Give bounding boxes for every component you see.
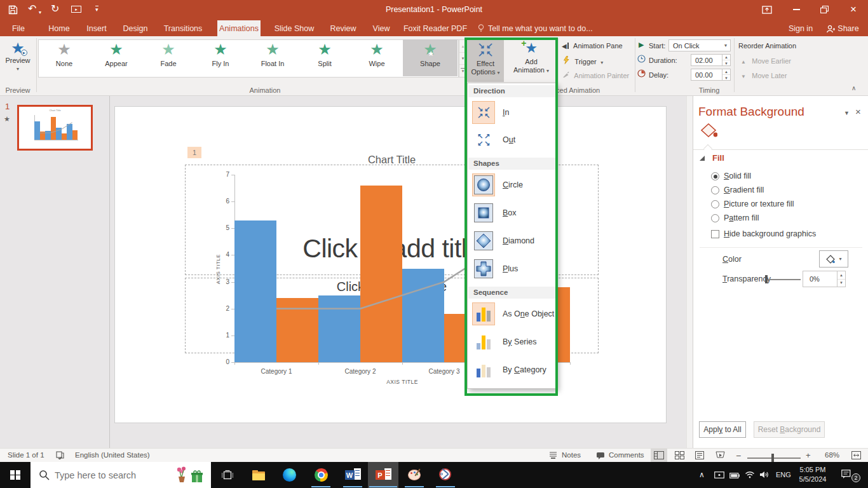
animation-indicator-star-icon[interactable]: ★: [4, 115, 10, 123]
show-hidden-icons-chevron[interactable]: ∧: [699, 470, 705, 479]
tab-animations[interactable]: Animations: [217, 20, 261, 36]
picture-fill-radio[interactable]: [711, 200, 719, 208]
animation-appear[interactable]: ★Appear: [90, 39, 142, 76]
tab-home[interactable]: Home: [42, 20, 76, 36]
tab-view[interactable]: View: [366, 20, 397, 36]
collapse-ribbon-icon[interactable]: ∧: [851, 85, 856, 92]
ribbon-display-options-icon[interactable]: [757, 3, 776, 17]
action-center-icon[interactable]: [841, 470, 851, 480]
animation-fly-in[interactable]: ★↑Fly In: [194, 39, 247, 76]
fit-slide-to-window-icon[interactable]: [851, 451, 861, 461]
delay-up-icon[interactable]: ▲: [722, 69, 730, 75]
pattern-fill-label[interactable]: Pattern fill: [724, 214, 759, 222]
minimize-button[interactable]: [787, 3, 806, 17]
taskbar-search-box[interactable]: [31, 462, 211, 488]
slide-area-scrollbar[interactable]: [686, 96, 693, 448]
menu-item-box[interactable]: Box: [468, 200, 557, 227]
hide-background-graphics-checkbox[interactable]: [711, 230, 719, 238]
tab-transitions[interactable]: Transitions: [158, 20, 208, 36]
transparency-down-icon[interactable]: ▼: [837, 280, 845, 287]
paint-bucket-icon[interactable]: [700, 123, 717, 141]
zoom-slider-thumb[interactable]: [771, 454, 774, 462]
add-animation-button[interactable]: ★ + Add Animation ▾: [506, 37, 556, 82]
transparency-up-icon[interactable]: ▲: [837, 271, 845, 280]
animation-float-in[interactable]: ★↑Float In: [247, 39, 299, 76]
y-axis-title[interactable]: AXIS TITLE: [215, 240, 221, 298]
language-status[interactable]: English (United States): [75, 451, 150, 459]
preview-dropdown-icon[interactable]: ▾: [17, 66, 19, 72]
snipping-tool-icon[interactable]: [430, 462, 461, 488]
animation-shape-selected[interactable]: ★★Shape: [403, 39, 458, 76]
gallery-more-icon[interactable]: ▾: [459, 65, 466, 76]
effect-options-button[interactable]: ↘↙↗↖ Effect Options ▾: [467, 37, 504, 82]
slide-canvas[interactable]: 1 Click to add title Click to add subtit…: [114, 106, 667, 423]
transparency-spinner[interactable]: 0% ▲▼: [803, 271, 846, 287]
picture-fill-label[interactable]: Picture or texture fill: [724, 200, 794, 208]
pane-options-dropdown-icon[interactable]: ▼: [844, 110, 850, 116]
touch-keyboard-icon[interactable]: [714, 471, 724, 480]
gradient-fill-label[interactable]: Gradient fill: [724, 186, 764, 194]
color-picker-button[interactable]: ▾: [819, 250, 848, 268]
menu-item-circle[interactable]: Circle: [468, 172, 557, 199]
word-icon[interactable]: W: [337, 462, 368, 488]
edge-browser-icon[interactable]: [274, 462, 304, 488]
delay-spinner[interactable]: 00.00 ▲▼: [691, 69, 731, 81]
restore-button[interactable]: [815, 3, 834, 17]
slide-sorter-view-button[interactable]: [671, 449, 688, 462]
slide-thumbnail[interactable]: Chart Title: [17, 105, 93, 151]
apply-to-all-button[interactable]: Apply to All: [699, 421, 746, 438]
transparency-slider-thumb[interactable]: [765, 275, 768, 283]
spell-check-icon[interactable]: [56, 451, 65, 461]
menu-item-by-series[interactable]: By Series: [468, 329, 557, 356]
animation-wipe[interactable]: ★Wipe: [351, 39, 403, 76]
menu-item-by-category[interactable]: By Category: [468, 356, 557, 384]
slide-show-button[interactable]: [712, 449, 728, 462]
solid-fill-radio[interactable]: [711, 172, 719, 180]
tab-file[interactable]: File: [6, 20, 31, 36]
menu-item-in[interactable]: ↘↙↗↖ In: [468, 99, 557, 126]
gallery-scroll-down-icon[interactable]: ▾: [459, 53, 466, 65]
hide-background-graphics-label[interactable]: Hide background graphics: [724, 229, 816, 238]
powerpoint-icon[interactable]: P: [368, 462, 398, 488]
notes-button[interactable]: Notes: [562, 451, 581, 459]
menu-item-diamond[interactable]: Diamond: [468, 227, 557, 255]
pattern-fill-radio[interactable]: [711, 214, 719, 222]
menu-item-out[interactable]: ↖↗↙↘ Out: [468, 126, 557, 154]
paint-icon[interactable]: [399, 462, 430, 488]
close-button[interactable]: ×: [844, 3, 863, 17]
gallery-scroll-up-icon[interactable]: ▴: [459, 40, 466, 53]
tab-foxit-reader-pdf[interactable]: Foxit Reader PDF: [402, 20, 469, 36]
zoom-level[interactable]: 68%: [825, 451, 839, 459]
trigger-button[interactable]: Trigger ▾: [563, 56, 603, 66]
duration-down-icon[interactable]: ▼: [722, 60, 730, 66]
animation-none[interactable]: ★None: [38, 39, 90, 76]
volume-icon[interactable]: [760, 471, 770, 480]
animation-fade[interactable]: ★Fade: [142, 39, 194, 76]
zoom-slider-track[interactable]: [747, 458, 801, 459]
share-button[interactable]: Share: [835, 20, 862, 36]
fill-expander-icon[interactable]: [700, 156, 705, 161]
fill-section-header[interactable]: Fill: [712, 153, 724, 163]
menu-item-plus[interactable]: Plus: [468, 255, 557, 283]
tab-insert[interactable]: Insert: [80, 20, 113, 36]
solid-fill-label[interactable]: Solid fill: [724, 172, 751, 180]
menu-item-as-one-object[interactable]: As One Object: [468, 301, 557, 328]
duration-up-icon[interactable]: ▲: [722, 54, 730, 60]
animation-pane-button[interactable]: ◀ Animation Pane: [562, 41, 623, 50]
pane-close-icon[interactable]: ×: [855, 106, 861, 117]
slide-counter[interactable]: Slide 1 of 1: [8, 451, 44, 459]
input-language[interactable]: ENG: [776, 471, 791, 478]
duration-spinner[interactable]: 02.00 ▲▼: [691, 54, 731, 66]
battery-icon[interactable]: [729, 472, 740, 480]
sign-in-link[interactable]: Sign in: [785, 20, 816, 36]
zoom-in-icon[interactable]: +: [806, 451, 811, 460]
start-button[interactable]: [0, 462, 31, 488]
delay-down-icon[interactable]: ▼: [722, 75, 730, 81]
reading-view-button[interactable]: [691, 449, 708, 462]
normal-view-button[interactable]: [651, 449, 667, 462]
tab-design[interactable]: Design: [117, 20, 154, 36]
wifi-icon[interactable]: [745, 471, 755, 480]
tell-me-box[interactable]: Tell me what you want to do...: [488, 20, 593, 36]
preview-button[interactable]: ★ ▶ Preview ▾: [3, 37, 33, 82]
comments-button[interactable]: Comments: [609, 451, 644, 459]
